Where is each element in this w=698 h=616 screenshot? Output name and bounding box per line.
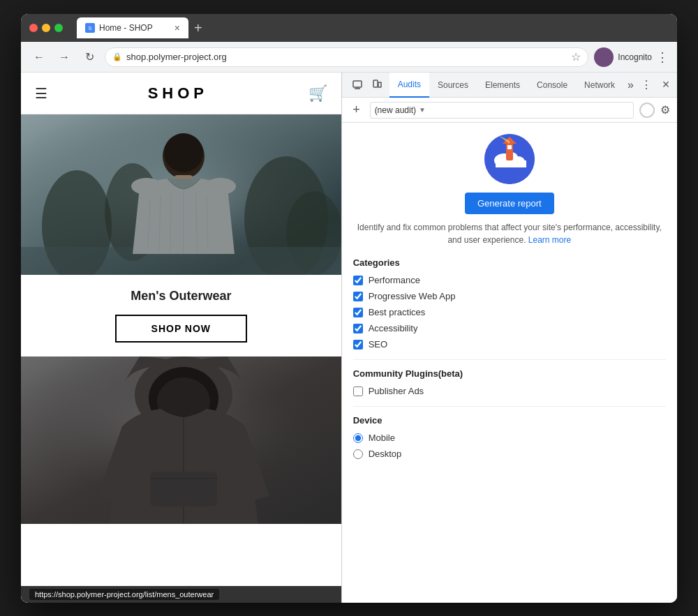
element-picker-button[interactable]	[349, 77, 366, 93]
maximize-traffic-light[interactable]	[54, 24, 63, 32]
category-seo[interactable]: SEO	[353, 339, 666, 350]
lock-icon: 🔒	[112, 52, 122, 61]
svg-point-17	[205, 178, 236, 195]
browser-window: S Home - SHOP × + ← → ↻ 🔒 shop.polymer-p…	[21, 14, 677, 603]
category-best-practices[interactable]: Best practices	[353, 307, 666, 317]
learn-more-link[interactable]: Learn more	[528, 235, 571, 245]
mobile-radio[interactable]	[353, 433, 363, 443]
devtools-more-button[interactable]: ⋮	[638, 77, 655, 93]
shop-now-button[interactable]: SHOP NOW	[115, 315, 248, 343]
audit-select[interactable]: (new audit) ▼	[370, 102, 634, 119]
product-title: Men's Outerwear	[35, 289, 327, 303]
svg-rect-35	[506, 141, 513, 160]
audit-select-wrapper: (new audit) ▼	[370, 102, 634, 119]
svg-line-12	[170, 193, 171, 253]
tab-title: Home - SHOP	[99, 23, 153, 33]
shop-content: Men's Outerwear SHOP NOW	[21, 114, 341, 586]
more-tabs-button[interactable]: »	[623, 79, 638, 91]
shop-header: ☰ SHOP 🛒	[21, 73, 341, 114]
svg-rect-34	[496, 160, 526, 167]
bookmark-button[interactable]: ☆	[571, 50, 581, 63]
audits-toolbar: + (new audit) ▼ ⚙	[342, 98, 677, 123]
device-title: Device	[353, 415, 666, 426]
generate-report-button[interactable]: Generate report	[465, 193, 554, 214]
accessibility-checkbox[interactable]	[353, 324, 363, 333]
address-bar[interactable]: 🔒 shop.polymer-project.org ☆	[105, 47, 588, 67]
device-group: Mobile Desktop	[353, 433, 666, 459]
minimize-traffic-light[interactable]	[42, 24, 50, 32]
svg-point-8	[164, 133, 203, 172]
categories-group: Performance Progressive Web App Best pra…	[353, 275, 666, 350]
seo-checkbox[interactable]	[353, 340, 363, 350]
device-desktop[interactable]: Desktop	[353, 449, 666, 459]
traffic-lights	[29, 24, 63, 32]
plugins-group: Publisher Ads	[353, 386, 666, 396]
categories-title: Categories	[353, 257, 666, 268]
svg-point-16	[131, 178, 162, 195]
tab-elements[interactable]: Elements	[477, 73, 528, 98]
device-toggle-button[interactable]	[369, 77, 385, 93]
publisher-ads-checkbox[interactable]	[353, 386, 363, 396]
audit-settings-button[interactable]: ⚙	[660, 103, 670, 117]
forward-button[interactable]: →	[54, 47, 74, 67]
audit-progress-button[interactable]	[639, 103, 655, 118]
product-section: Men's Outerwear SHOP NOW	[21, 275, 341, 356]
devtools-tabs: Audits Sources Elements Console Network …	[342, 73, 677, 98]
hero-image	[21, 114, 341, 275]
pwa-checkbox[interactable]	[353, 292, 363, 301]
svg-rect-25	[353, 81, 362, 87]
svg-line-14	[196, 193, 197, 253]
audits-content: Generate report Identify and fix common …	[342, 123, 677, 603]
description-text: Identify and fix common problems that af…	[353, 221, 666, 246]
tab-sources[interactable]: Sources	[429, 73, 477, 98]
profile-button[interactable]	[594, 47, 614, 67]
category-performance[interactable]: Performance	[353, 275, 666, 285]
shop-panel: ☰ SHOP 🛒	[21, 73, 341, 603]
section-divider-2	[353, 406, 666, 407]
category-pwa[interactable]: Progressive Web App	[353, 291, 666, 301]
tab-favicon: S	[85, 23, 95, 33]
profile-label: Incognito	[618, 52, 652, 62]
category-accessibility[interactable]: Accessibility	[353, 323, 666, 333]
tab-audits[interactable]: Audits	[389, 73, 429, 98]
add-audit-button[interactable]: +	[349, 103, 364, 118]
cart-icon[interactable]: 🛒	[309, 84, 327, 103]
audit-select-arrow: ▼	[419, 106, 426, 114]
tab-bar: S Home - SHOP × +	[77, 17, 669, 38]
tab-network[interactable]: Network	[576, 73, 623, 98]
desktop-radio[interactable]	[353, 449, 363, 459]
section-divider-1	[353, 359, 666, 360]
tab-close-button[interactable]: ×	[174, 22, 180, 33]
plugin-publisher-ads[interactable]: Publisher Ads	[353, 386, 666, 396]
tab-console[interactable]: Console	[528, 73, 576, 98]
devtools-panel: Audits Sources Elements Console Network …	[341, 73, 677, 603]
devtools-actions: ⋮ ×	[638, 77, 674, 93]
lighthouse-logo	[484, 134, 535, 184]
new-tab-button[interactable]: +	[194, 20, 202, 36]
hamburger-icon[interactable]: ☰	[35, 85, 47, 102]
second-hero-image	[21, 356, 341, 524]
back-button[interactable]: ←	[29, 47, 49, 67]
devtools-close-button[interactable]: ×	[658, 77, 674, 93]
svg-rect-28	[373, 80, 378, 87]
community-plugins-title: Community Plugins(beta)	[353, 368, 666, 379]
svg-rect-29	[378, 82, 381, 87]
active-tab[interactable]: S Home - SHOP ×	[77, 17, 188, 38]
lighthouse-logo-container	[353, 134, 666, 184]
svg-rect-37	[507, 145, 512, 149]
shop-logo: SHOP	[148, 84, 208, 103]
title-bar: S Home - SHOP × +	[21, 14, 677, 42]
more-menu-button[interactable]: ⋮	[656, 50, 669, 65]
device-mobile[interactable]: Mobile	[353, 433, 666, 443]
close-traffic-light[interactable]	[29, 24, 38, 32]
url-text: shop.polymer-project.org	[126, 52, 227, 62]
performance-checkbox[interactable]	[353, 276, 363, 285]
best-practices-checkbox[interactable]	[353, 308, 363, 317]
toolbar: ← → ↻ 🔒 shop.polymer-project.org ☆ Incog…	[21, 42, 677, 73]
refresh-button[interactable]: ↻	[80, 47, 99, 67]
devtools-icons-left	[345, 77, 389, 93]
main-area: ☰ SHOP 🛒	[21, 73, 677, 603]
status-bar: https://shop.polymer-project.org/list/me…	[21, 586, 341, 603]
toolbar-right: Incognito ⋮	[594, 47, 669, 67]
status-url: https://shop.polymer-project.org/list/me…	[29, 589, 219, 600]
